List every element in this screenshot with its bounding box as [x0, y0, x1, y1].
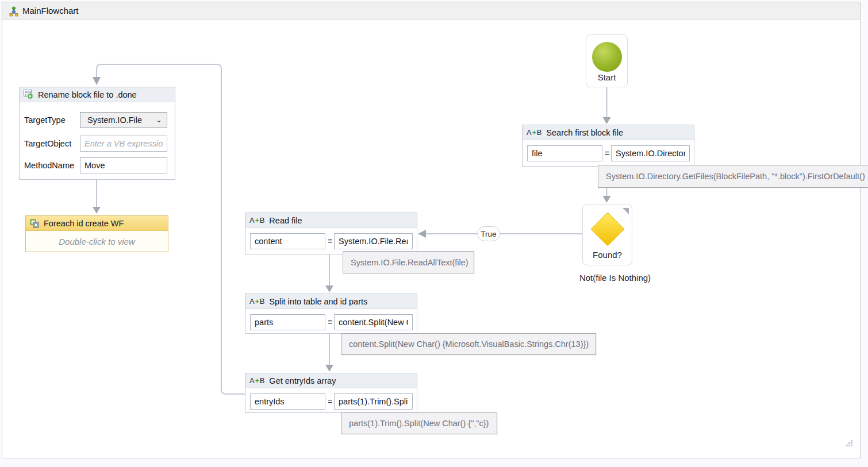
assign-icon: A+B [527, 128, 541, 137]
activity-foreach-create-wf[interactable]: Foreach id create WF Double-click to vie… [25, 215, 168, 252]
expression-tooltip-search: System.IO.Directory.GetFiles(BlockFilePa… [598, 165, 868, 188]
assign-to-field[interactable] [250, 233, 325, 249]
activity-rename-block-file[interactable]: 1010 0 Rename block file to .done Target… [19, 87, 175, 180]
expression-tooltip-entry: parts(1).Trim().Split(New Char() {","c}) [341, 412, 497, 434]
activity-get-entryids[interactable]: A+B Get entryIds array = [245, 373, 417, 413]
collapse-corner-icon[interactable] [623, 208, 629, 214]
workflow-title: MainFlowchart [22, 6, 79, 16]
decision-label: Found? [583, 250, 632, 260]
targettype-label: TargetType [24, 112, 66, 128]
expression-tooltip-split: content.Split(New Char() {Microsoft.Visu… [341, 333, 596, 355]
decision-icon [590, 212, 624, 246]
resize-grip[interactable] [844, 438, 854, 448]
assign-value-field[interactable] [334, 393, 413, 410]
activity-search-first-block-file[interactable]: A+B Search first block file = [522, 125, 694, 167]
equals-sign: = [327, 318, 333, 327]
invoke-method-icon: 1010 0 [24, 90, 33, 99]
start-icon [592, 42, 622, 72]
activity-title: Search first block file [546, 128, 623, 137]
equals-sign: = [604, 149, 610, 158]
activity-split-parts[interactable]: A+B Split into table and id parts = [245, 294, 417, 334]
true-branch-label: True [477, 226, 500, 241]
decision-node-found[interactable]: Found? [582, 204, 632, 265]
expression-tooltip-read: System.IO.File.ReadAllText(file) [343, 251, 474, 273]
assign-value-field[interactable] [334, 314, 413, 330]
start-label: Start [586, 72, 627, 82]
equals-sign: = [327, 397, 333, 406]
sequence-icon [30, 219, 39, 228]
collapsed-hint: Double-click to view [26, 237, 168, 246]
equals-sign: = [327, 237, 333, 246]
activity-title: Get entryIds array [269, 376, 336, 385]
activity-title: Foreach id create WF [44, 219, 124, 228]
assign-to-field[interactable] [250, 314, 325, 330]
assign-to-field[interactable] [527, 145, 602, 161]
activity-title: Rename block file to .done [38, 90, 137, 99]
assign-value-field[interactable] [334, 233, 413, 249]
workflow-title-bar: MainFlowchart [2, 2, 861, 20]
assign-icon: A+B [249, 297, 264, 306]
assign-to-field[interactable] [250, 393, 325, 410]
assign-icon: A+B [249, 376, 264, 385]
methodname-label: MethodName [24, 157, 74, 173]
decision-condition: Not(file Is Nothing) [578, 273, 652, 283]
targettype-dropdown[interactable]: System.IO.File ⌄ [80, 112, 167, 128]
svg-text:0: 0 [25, 94, 26, 97]
chevron-down-icon: ⌄ [156, 113, 162, 128]
methodname-field[interactable] [80, 157, 167, 173]
start-node[interactable]: Start [586, 34, 628, 87]
targetobject-label: TargetObject [24, 136, 71, 152]
assign-value-field[interactable] [611, 145, 690, 161]
assign-icon: A+B [249, 216, 264, 225]
activity-title: Read file [269, 216, 302, 225]
activity-read-file[interactable]: A+B Read file = [245, 213, 417, 254]
activity-title: Split into table and id parts [269, 297, 367, 306]
targetobject-field[interactable] [80, 136, 167, 152]
flowchart-icon [9, 6, 19, 17]
